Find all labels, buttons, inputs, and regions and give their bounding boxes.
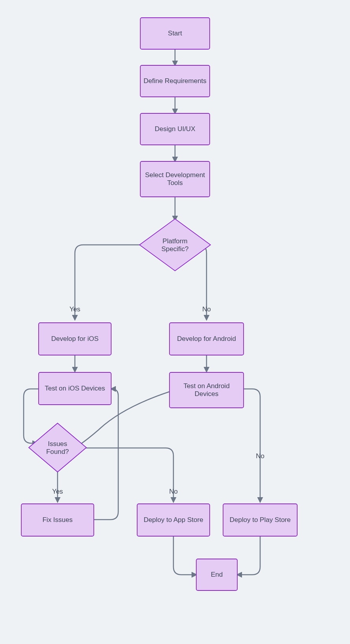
node-issues-label-2: Found? — [46, 448, 69, 455]
edge-fix-testios — [94, 389, 118, 520]
node-platform-label-1: Platform — [162, 237, 187, 245]
node-end-label: End — [211, 571, 223, 578]
node-testios-label: Test on iOS Devices — [45, 385, 105, 392]
node-select-label-2: Tools — [167, 179, 183, 187]
node-deployapp-label: Deploy to App Store — [143, 516, 203, 524]
edge-testios-issues — [24, 389, 39, 443]
flowchart: Yes No No Yes No Start Define Requiremen… — [0, 0, 350, 644]
node-deployapp: Deploy to App Store — [137, 504, 210, 536]
edge-deployapp-end — [173, 536, 196, 575]
node-define-label: Define Requirements — [143, 77, 207, 85]
node-platform-decision: Platform Specific? — [140, 219, 210, 271]
node-end: End — [196, 559, 237, 590]
node-testios: Test on iOS Devices — [39, 372, 111, 405]
node-ios-label: Develop for iOS — [51, 335, 99, 342]
edge-label-yes: Yes — [69, 305, 80, 313]
node-fix: Fix Issues — [21, 504, 94, 536]
node-testandroid: Test on Android Devices — [169, 372, 244, 408]
node-design: Design UI/UX — [140, 113, 210, 145]
node-deployplay: Deploy to Play Store — [223, 504, 297, 536]
node-define: Define Requirements — [140, 65, 210, 97]
node-testandroid-label-1: Test on Android — [183, 382, 229, 390]
edge-label-issues-yes: Yes — [52, 488, 63, 495]
node-design-label: Design UI/UX — [155, 125, 195, 133]
node-platform-label-2: Specific? — [162, 245, 189, 253]
edge-deployplay-end — [237, 536, 260, 575]
node-start: Start — [140, 18, 210, 49]
node-select: Select Development Tools — [140, 161, 210, 197]
node-select-label-1: Select Development — [145, 171, 205, 179]
edge-testandroid-deployplay — [244, 389, 260, 502]
node-ios: Develop for iOS — [39, 323, 111, 355]
edge-label-testandroid-no: No — [256, 452, 264, 460]
edge-issues-deployapp — [86, 448, 173, 502]
edge-label-issues-no: No — [169, 488, 178, 495]
node-issues-decision: Issues Found? — [29, 423, 86, 472]
node-android-label: Develop for Android — [177, 335, 236, 342]
node-deployplay-label: Deploy to Play Store — [230, 516, 291, 524]
node-testandroid-label-2: Devices — [195, 390, 218, 398]
edge-platform-ios — [75, 245, 141, 320]
node-fix-label: Fix Issues — [43, 516, 73, 524]
node-android: Develop for Android — [169, 323, 244, 355]
edge-label-no: No — [202, 305, 211, 313]
node-start-label: Start — [168, 30, 182, 37]
node-issues-label-1: Issues — [48, 440, 67, 448]
